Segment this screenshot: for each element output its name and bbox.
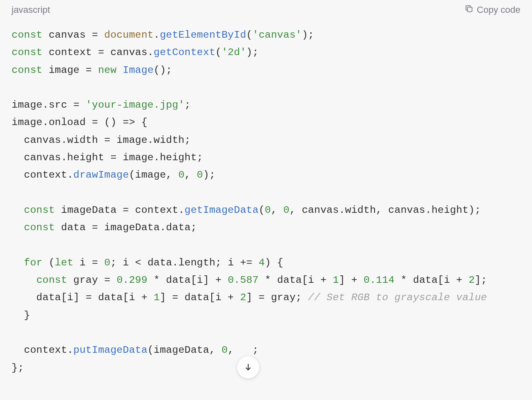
copy-code-label: Copy code (477, 5, 520, 15)
copy-code-button[interactable]: Copy code (464, 4, 520, 16)
scroll-down-button[interactable] (237, 356, 259, 378)
code-header: javascript Copy code (0, 0, 532, 18)
arrow-down-icon (244, 362, 253, 373)
svg-rect-0 (467, 7, 472, 12)
language-label: javascript (12, 5, 50, 15)
code-content[interactable]: const canvas = document.getElementById('… (0, 18, 532, 377)
copy-icon (464, 4, 474, 16)
code-block: javascript Copy code const canvas = docu… (0, 0, 532, 400)
